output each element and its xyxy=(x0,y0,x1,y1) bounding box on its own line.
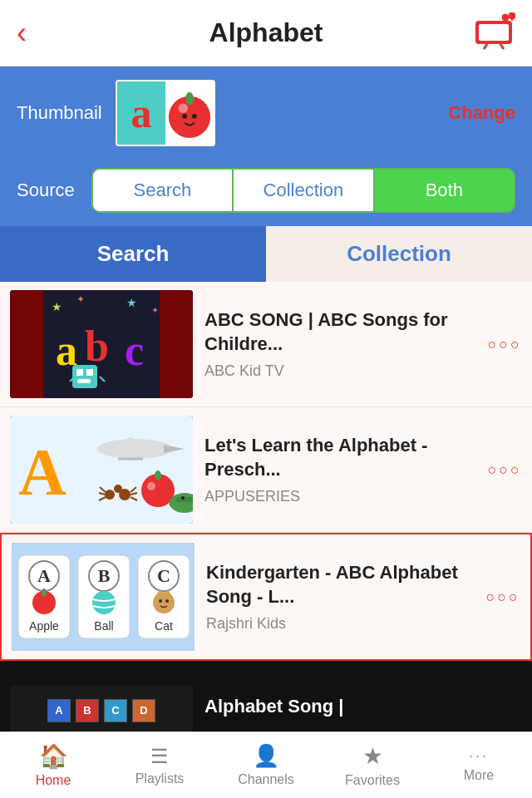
svg-rect-51 xyxy=(176,497,193,502)
svg-rect-27 xyxy=(76,369,83,376)
channels-icon: 👤 xyxy=(253,743,279,769)
svg-point-38 xyxy=(105,490,115,500)
tv-icon[interactable] xyxy=(472,12,515,54)
svg-rect-29 xyxy=(77,379,91,383)
svg-point-40 xyxy=(119,489,131,500)
nav-playlists-label: Playlists xyxy=(135,771,185,786)
nav-favorites-label: Favorites xyxy=(345,773,400,788)
nav-channels-label: Channels xyxy=(238,772,294,787)
nav-favorites[interactable]: ★ Favorites xyxy=(319,736,426,795)
video-channel-1: ABC Kid TV xyxy=(204,362,475,380)
video-thumbnail-3: A Apple B Ball C Cat xyxy=(12,543,195,651)
svg-rect-26 xyxy=(72,365,97,388)
source-buttons: Search Collection Both xyxy=(91,168,515,213)
svg-point-70 xyxy=(153,592,175,613)
thumbnail-label: Thumbnail xyxy=(17,102,102,124)
favorites-icon: ★ xyxy=(362,742,383,770)
header: ‹ Alphabet xyxy=(0,0,532,66)
video-title-4: Alphabet Song | xyxy=(204,695,522,719)
svg-point-65 xyxy=(92,591,116,614)
svg-point-73 xyxy=(159,599,162,603)
svg-line-3 xyxy=(500,44,504,49)
video-more-1[interactable]: ○○○ xyxy=(487,336,522,353)
svg-rect-28 xyxy=(86,369,93,376)
bottom-nav: 🏠 Home ☰ Playlists 👤 Channels ★ Favorite… xyxy=(0,732,532,798)
svg-text:Ball: Ball xyxy=(94,619,113,633)
svg-point-14 xyxy=(182,114,187,119)
nav-playlists[interactable]: ☰ Playlists xyxy=(106,738,213,793)
svg-text:Apple: Apple xyxy=(29,619,59,633)
more-icon: ··· xyxy=(469,747,489,765)
tabs-section: Search Collection xyxy=(0,226,532,282)
thumbnail-section: Thumbnail a Change xyxy=(0,66,532,160)
nav-home[interactable]: 🏠 Home xyxy=(0,736,106,795)
svg-point-13 xyxy=(178,103,188,113)
video-thumbnail-1: ★ ✦ ★ ✦ a b c xyxy=(10,290,193,398)
video-title-2: Let's Learn the Alphabet - Presch... xyxy=(204,434,475,481)
table-row: A xyxy=(0,407,532,533)
svg-text:A: A xyxy=(18,436,66,509)
video-more-3[interactable]: ○○○ xyxy=(485,589,520,606)
source-label: Source xyxy=(17,180,75,201)
table-row: ★ ✦ ★ ✦ a b c ABC SONG | ABC Songs for C… xyxy=(0,282,532,407)
svg-text:B: B xyxy=(98,565,111,586)
svg-point-12 xyxy=(185,92,194,105)
svg-point-36 xyxy=(124,437,137,461)
svg-text:c: c xyxy=(125,327,144,374)
svg-point-52 xyxy=(181,496,185,500)
svg-point-74 xyxy=(165,599,169,603)
video-title-3: Kindergarten - ABC Alphabet Song - L... xyxy=(206,561,474,608)
video-info-4: Alphabet Song | xyxy=(204,695,522,726)
source-search-button[interactable]: Search xyxy=(93,170,234,211)
svg-text:★: ★ xyxy=(126,296,137,309)
svg-rect-17 xyxy=(10,290,43,398)
source-section: Source Search Collection Both xyxy=(0,160,532,226)
video-thumbnail-2: A xyxy=(10,416,193,524)
video-title-1: ABC SONG | ABC Songs for Childre... xyxy=(204,308,475,356)
video-info-2: Let's Learn the Alphabet - Presch... APP… xyxy=(204,434,475,505)
video-thumbnail-4: A B C D xyxy=(10,686,193,736)
nav-channels[interactable]: 👤 Channels xyxy=(213,736,319,794)
svg-line-2 xyxy=(484,44,487,49)
svg-point-60 xyxy=(42,589,47,597)
svg-rect-18 xyxy=(160,290,193,398)
video-list: ★ ✦ ★ ✦ a b c ABC SONG | ABC Songs for C… xyxy=(0,282,532,761)
source-both-button[interactable]: Both xyxy=(375,170,514,211)
video-more-2[interactable]: ○○○ xyxy=(487,461,522,479)
table-row: A Apple B Ball C Cat xyxy=(0,533,532,661)
nav-more-label: More xyxy=(464,768,494,783)
nav-home-label: Home xyxy=(36,773,71,788)
back-button[interactable]: ‹ xyxy=(17,16,27,51)
svg-text:Cat: Cat xyxy=(155,619,173,633)
svg-point-49 xyxy=(147,482,155,490)
svg-text:a: a xyxy=(131,90,151,136)
svg-text:✦: ✦ xyxy=(151,305,159,315)
svg-point-15 xyxy=(192,114,197,119)
tab-collection[interactable]: Collection xyxy=(266,226,532,282)
svg-text:✦: ✦ xyxy=(76,293,85,305)
page-title: Alphabet xyxy=(209,17,323,48)
home-icon: 🏠 xyxy=(39,742,68,770)
video-channel-2: APPUSERIES xyxy=(204,488,475,505)
tab-search[interactable]: Search xyxy=(0,226,266,282)
svg-text:A: A xyxy=(37,565,51,586)
svg-text:C: C xyxy=(157,565,170,586)
nav-more[interactable]: ··· More xyxy=(426,741,532,790)
video-info-1: ABC SONG | ABC Songs for Childre... ABC … xyxy=(204,308,475,380)
change-button[interactable]: Change xyxy=(448,102,515,124)
svg-point-48 xyxy=(155,470,161,480)
source-collection-button[interactable]: Collection xyxy=(234,170,374,211)
svg-rect-1 xyxy=(479,24,509,41)
svg-text:b: b xyxy=(85,323,109,370)
svg-text:★: ★ xyxy=(52,300,62,313)
playlists-icon: ☰ xyxy=(150,745,169,768)
video-channel-3: Rajshri Kids xyxy=(206,615,474,633)
thumbnail-image: a xyxy=(116,80,215,146)
video-info-3: Kindergarten - ABC Alphabet Song - L... … xyxy=(206,561,474,633)
